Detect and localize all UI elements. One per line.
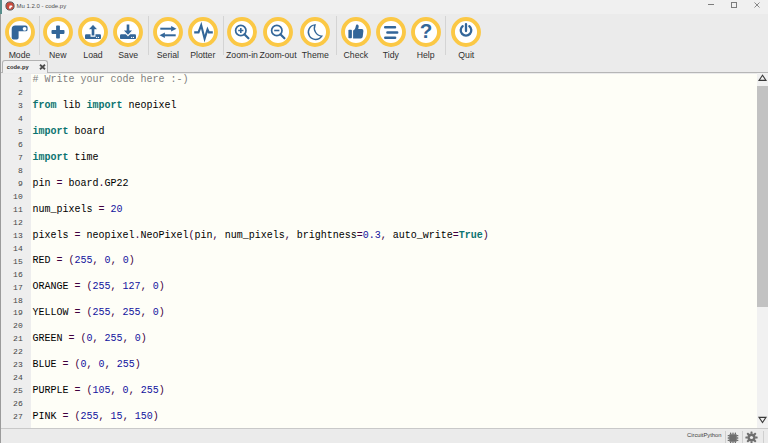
svg-text:?: ? [419,19,432,42]
